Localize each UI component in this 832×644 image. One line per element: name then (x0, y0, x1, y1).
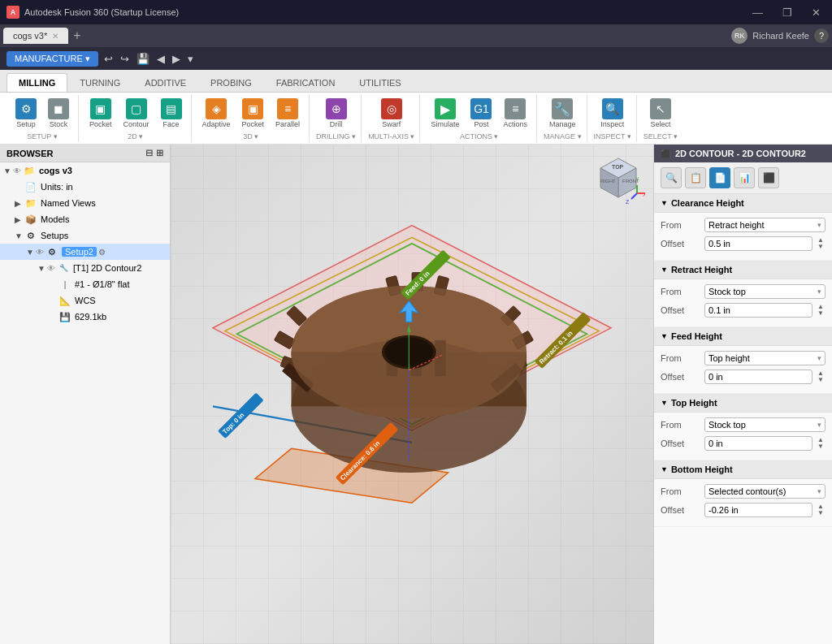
manufacture-menu[interactable]: MANUFACTURE ▾ (6, 51, 98, 67)
qa-save[interactable]: 💾 (134, 51, 152, 67)
clearance-from-select[interactable]: Retract height ▾ (704, 218, 826, 232)
eye-icon[interactable]: 👁 (47, 264, 55, 273)
spinner-down[interactable]: ▼ (816, 443, 826, 450)
new-tab-button[interactable]: + (73, 28, 80, 43)
tree-item-cogs-v3[interactable]: ▼ 👁 📁 cogs v3 (0, 162, 170, 179)
maximize-button[interactable]: ❐ (778, 5, 797, 20)
drill-button[interactable]: ⊕ Drill (322, 96, 351, 131)
tree-item-filesize[interactable]: 💾 629.1kb (0, 309, 170, 325)
toolbar-group-3d: ◈ Adaptive ▣ Pocket ≡ Parallel 3D ▾ (193, 95, 310, 142)
section-triangle: ▼ (661, 465, 668, 473)
spinner-down[interactable]: ▼ (816, 310, 826, 317)
2d-face-button[interactable]: ▤ Face (157, 96, 186, 131)
retract-offset-spinners: ▲ ▼ (816, 304, 826, 317)
tree-item-2d-contour2[interactable]: ▼ 👁 🔧 [T1] 2D Contour2 (0, 260, 170, 276)
top-from-select[interactable]: Stock top ▾ (704, 417, 826, 432)
spinner-down[interactable]: ▼ (816, 244, 826, 250)
tab-additive[interactable]: ADDITIVE (132, 73, 198, 92)
close-button[interactable]: ✕ (807, 5, 826, 20)
doc-tab-label: cogs v3* (13, 31, 47, 41)
browser-collapse-all[interactable]: ⊟ (145, 148, 153, 158)
qa-undo[interactable]: ↩ (102, 51, 115, 67)
tab-utilities[interactable]: UTILITIES (347, 73, 413, 92)
section-clearance-height[interactable]: ▼ Clearance Height (654, 194, 832, 213)
expand-icon: ▼ (15, 231, 24, 240)
setup-button[interactable]: ⚙ Setup (11, 96, 41, 131)
feed-offset-input[interactable]: 0 in (704, 370, 812, 384)
actions-button[interactable]: ≡ Actions (499, 96, 531, 131)
feed-from-select[interactable]: Top height ▾ (704, 351, 826, 365)
spinner-down[interactable]: ▼ (816, 510, 826, 516)
tree-item-wcs[interactable]: 📐 WCS (0, 292, 170, 309)
spinner-down[interactable]: ▼ (816, 377, 826, 383)
browser-expand[interactable]: ⊞ (156, 148, 163, 158)
select-button[interactable]: ↖ Select (646, 96, 675, 131)
tab-turning[interactable]: TURNING (67, 73, 132, 92)
section-bottom-height[interactable]: ▼ Bottom Height (654, 460, 832, 479)
panel-tool-doc[interactable]: 📄 (709, 167, 730, 188)
tree-item-setup2[interactable]: ▼ 👁 ⚙ Setup2 ⚙ (0, 244, 170, 260)
qa-forward[interactable]: ▶ (170, 51, 183, 67)
tree-item-units[interactable]: 📄 Units: in (0, 179, 170, 195)
bottom-from-select[interactable]: Selected contour(s) ▾ (704, 484, 826, 499)
3d-parallel-button[interactable]: ≡ Parallel (271, 96, 304, 131)
clearance-offset-row: Offset 0.5 in ▲ ▼ (661, 236, 826, 251)
tab-fabrication[interactable]: FABRICATION (264, 73, 348, 92)
inspect-button[interactable]: 🔍 Inspect (596, 96, 628, 131)
3d-pocket-button[interactable]: ▣ Pocket (238, 96, 269, 131)
top-offset-row: Offset 0 in ▲ ▼ (661, 436, 826, 451)
panel-tool-grid[interactable]: ⬛ (758, 167, 779, 188)
section-retract-height[interactable]: ▼ Retract Height (654, 261, 832, 279)
item-label: #1 - Ø1/8" flat (75, 279, 130, 289)
section-top-height[interactable]: ▼ Top Height (654, 394, 832, 413)
clearance-offset-input[interactable]: 0.5 in (704, 236, 812, 251)
clearance-height-content: From Retract height ▾ Offset 0.5 in ▲ ▼ (654, 213, 832, 261)
tab-probing[interactable]: PROBING (198, 73, 264, 92)
toolbar-group-select: ↖ Select SELECT ▾ (639, 95, 682, 142)
top-offset-input[interactable]: 0 in (704, 436, 812, 451)
qa-back[interactable]: ◀ (154, 51, 167, 67)
doc-tab-cogs[interactable]: cogs v3* ✕ (3, 28, 68, 44)
panel-tool-chart[interactable]: 📊 (734, 167, 755, 188)
toolbar-group-actions: ▶ Simulate G1 Post ≡ Actions ACTIONS ▾ (422, 95, 537, 142)
tab-milling[interactable]: MILLING (6, 73, 67, 92)
settings-icon: ⚙ (98, 248, 106, 257)
viewport-svg: Feed: 0 in Retract: 0.1 in Top: 0 in (171, 145, 653, 644)
tool-icon: 🔧 (57, 261, 70, 274)
tree-item-models[interactable]: ▶ 📦 Models (0, 211, 170, 227)
viewport[interactable]: Feed: 0 in Retract: 0.1 in Top: 0 in (171, 145, 653, 644)
view-cube[interactable]: TOP FRONT RIGHT Y X Z (592, 153, 641, 201)
retract-from-select[interactable]: Stock top ▾ (704, 284, 826, 299)
section-title: Top Height (671, 398, 717, 408)
app-icon: A (6, 6, 20, 19)
3d-adaptive-button[interactable]: ◈ Adaptive (198, 96, 235, 131)
section-title: Bottom Height (671, 465, 733, 474)
expand-icon: ▼ (37, 264, 47, 273)
tree-item-setups[interactable]: ▼ ⚙ Setups (0, 227, 170, 244)
select-icon: ↖ (650, 98, 671, 119)
help-button[interactable]: ? (814, 28, 829, 43)
doc-tab-close[interactable]: ✕ (52, 32, 58, 41)
bottom-offset-input[interactable]: -0.26 in (704, 503, 812, 517)
minimize-button[interactable]: — (748, 5, 768, 20)
post-button[interactable]: G1 Post (466, 96, 496, 131)
svg-text:Y: Y (635, 176, 639, 182)
2d-contour-button[interactable]: ▢ Contour (119, 96, 154, 131)
swarf-button[interactable]: ◎ Swarf (377, 96, 406, 131)
stock-button[interactable]: ◼ Stock (44, 96, 73, 131)
tree-item-tool[interactable]: | #1 - Ø1/8" flat (0, 276, 170, 292)
qa-redo[interactable]: ↪ (118, 51, 132, 67)
eye-icon[interactable]: 👁 (36, 248, 44, 257)
manage-button[interactable]: 🔧 Manage (545, 96, 580, 131)
simulate-button[interactable]: ▶ Simulate (427, 96, 463, 131)
panel-tool-copy[interactable]: 📋 (685, 167, 706, 188)
section-feed-height[interactable]: ▼ Feed Height (654, 327, 832, 346)
panel-tool-search[interactable]: 🔍 (661, 167, 682, 188)
tool-bit-icon: | (58, 278, 72, 291)
2d-pocket-button[interactable]: ▣ Pocket (85, 96, 116, 131)
retract-offset-input[interactable]: 0.1 in (704, 303, 812, 318)
tree-item-named-views[interactable]: ▶ 📁 Named Views (0, 195, 170, 211)
eye-icon[interactable]: 👁 (13, 166, 21, 175)
qa-dropdown[interactable]: ▾ (185, 51, 196, 67)
feed-offset-spinners: ▲ ▼ (816, 370, 826, 383)
